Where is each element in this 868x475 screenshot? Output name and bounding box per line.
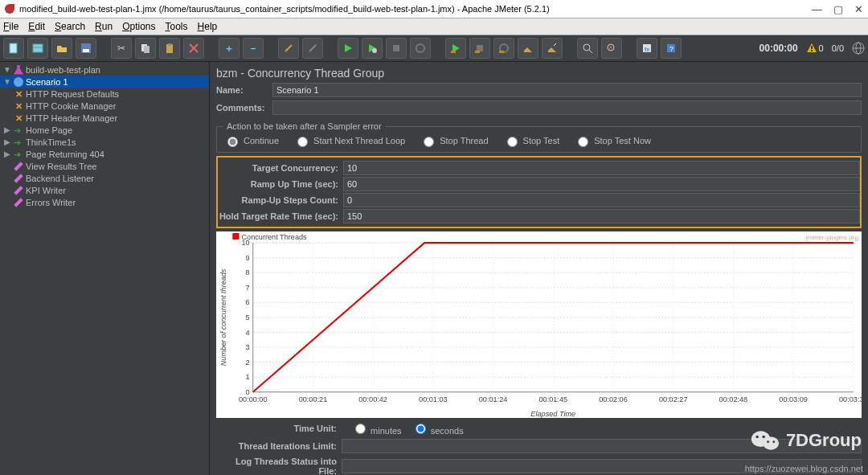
svg-text:3: 3 xyxy=(246,343,250,351)
svg-rect-8 xyxy=(168,43,171,46)
clear-button[interactable] xyxy=(518,38,538,59)
menu-file[interactable]: File xyxy=(3,21,18,32)
time-unit-label: Time Unit: xyxy=(216,424,337,433)
steps-input[interactable] xyxy=(343,193,860,207)
action-continue[interactable]: Continue xyxy=(223,134,279,147)
log-file-label: Log Threads Status into File: xyxy=(216,457,337,475)
minimize-button[interactable]: — xyxy=(812,3,822,15)
action-stop-test-now[interactable]: Stop Test Now xyxy=(574,134,651,147)
svg-text:Elapsed Time: Elapsed Time xyxy=(530,410,575,418)
toggle-button[interactable] xyxy=(278,38,299,59)
templates-button[interactable] xyxy=(27,38,48,59)
save-button[interactable] xyxy=(76,38,96,59)
ramp-up-input[interactable] xyxy=(343,177,860,191)
svg-text:00:03:30: 00:03:30 xyxy=(839,395,862,403)
menu-tools[interactable]: Tools xyxy=(166,21,188,32)
svg-text:Number of concurrent threads: Number of concurrent threads xyxy=(219,268,227,366)
target-concurrency-label: Target Concurrency: xyxy=(218,163,338,173)
reset-search-button[interactable] xyxy=(601,38,622,59)
disable-button[interactable] xyxy=(302,38,323,59)
maximize-button[interactable]: ▢ xyxy=(833,3,843,15)
start-no-pause-button[interactable] xyxy=(362,38,383,59)
svg-text:9: 9 xyxy=(246,254,250,262)
tree-item[interactable]: ✕HTTP Request Defaults xyxy=(0,88,209,100)
svg-text:00:02:48: 00:02:48 xyxy=(719,395,748,403)
time-unit-minutes[interactable]: minutes xyxy=(351,421,402,436)
hold-input[interactable] xyxy=(343,209,860,223)
svg-text:00:02:06: 00:02:06 xyxy=(599,395,628,403)
search-button[interactable] xyxy=(577,38,598,59)
test-plan-tree[interactable]: ▼build-web-test-plan ▼Scenario 1 ✕HTTP R… xyxy=(0,62,210,475)
svg-rect-15 xyxy=(477,45,483,51)
steps-label: Ramp-Up Steps Count: xyxy=(218,195,338,205)
tree-item[interactable]: Backend Listener xyxy=(0,172,209,184)
close-button[interactable]: ✕ xyxy=(854,3,863,15)
warning-icon xyxy=(806,43,817,54)
menu-search[interactable]: Search xyxy=(55,21,85,32)
expand-button[interactable]: ＋ xyxy=(219,38,240,59)
cut-button[interactable]: ✂ xyxy=(111,38,132,59)
help-button[interactable]: ? xyxy=(661,38,682,59)
remote-stop-button[interactable] xyxy=(469,38,490,59)
footer-url: https://zuozewei.blog.csdn.net xyxy=(745,464,863,473)
action-stop-test[interactable]: Stop Test xyxy=(503,134,560,147)
tree-item[interactable]: ▶➔ThinkTime1s xyxy=(0,136,209,148)
menu-options[interactable]: Options xyxy=(122,21,155,32)
open-button[interactable] xyxy=(51,38,72,59)
tree-item[interactable]: ▶➔Home Page xyxy=(0,124,209,136)
paste-button[interactable] xyxy=(159,38,180,59)
warning-count: 0 xyxy=(819,43,824,53)
tree-item[interactable]: KPI Writer xyxy=(0,184,209,196)
tree-item[interactable]: Errors Writer xyxy=(0,196,209,208)
remote-start-button[interactable] xyxy=(445,38,466,59)
svg-text:00:03:09: 00:03:09 xyxy=(779,395,808,403)
svg-text:6: 6 xyxy=(246,298,250,306)
function-helper-button[interactable]: fx xyxy=(637,38,657,59)
svg-rect-0 xyxy=(10,43,17,53)
action-stop-thread[interactable]: Stop Thread xyxy=(420,134,488,147)
menu-edit[interactable]: Edit xyxy=(28,21,45,32)
tree-item[interactable]: ✕HTTP Cookie Manager xyxy=(0,100,209,112)
tree-item[interactable]: ✕HTTP Header Manager xyxy=(0,112,209,124)
elapsed-timer: 00:00:00 xyxy=(760,43,798,54)
svg-rect-18 xyxy=(499,51,504,53)
svg-rect-29 xyxy=(811,50,813,51)
menu-help[interactable]: Help xyxy=(198,21,218,32)
time-unit-seconds[interactable]: seconds xyxy=(411,421,464,436)
tree-item[interactable]: View Results Tree xyxy=(0,160,209,172)
shutdown-button[interactable] xyxy=(410,38,431,59)
window-title: modified_build-web-test-plan-1.jmx (/hom… xyxy=(19,4,812,14)
action-legend: Action to be taken after a Sampler error xyxy=(223,121,385,131)
tree-item[interactable]: ▶➔Page Returning 404 xyxy=(0,148,209,160)
menu-run[interactable]: Run xyxy=(95,21,113,32)
remote-shutdown-button[interactable] xyxy=(493,38,514,59)
svg-text:Concurrent Threads: Concurrent Threads xyxy=(242,233,308,241)
svg-rect-1 xyxy=(33,44,43,52)
new-button[interactable] xyxy=(3,38,24,59)
comments-input[interactable] xyxy=(272,100,862,115)
iterations-label: Thread Iterations Limit: xyxy=(216,441,337,451)
name-input[interactable] xyxy=(272,83,862,97)
tree-root[interactable]: ▼build-web-test-plan xyxy=(0,63,209,76)
target-concurrency-input[interactable] xyxy=(343,161,860,175)
svg-text:4: 4 xyxy=(246,329,250,337)
stop-button[interactable] xyxy=(386,38,407,59)
copy-button[interactable] xyxy=(135,38,156,59)
iterations-input[interactable] xyxy=(342,439,862,453)
start-button[interactable] xyxy=(338,38,358,59)
delete-button[interactable] xyxy=(183,38,204,59)
action-start-next[interactable]: Start Next Thread Loop xyxy=(293,134,405,147)
name-label: Name: xyxy=(216,85,272,95)
svg-rect-12 xyxy=(393,45,399,51)
clear-all-button[interactable] xyxy=(542,38,563,59)
collapse-button[interactable]: － xyxy=(243,38,264,59)
tree-scenario[interactable]: ▼Scenario 1 xyxy=(0,76,209,88)
svg-text:8: 8 xyxy=(246,268,250,276)
toolbar: ✂ ＋ － fx ? 00:00:00 0 0/0 xyxy=(0,35,868,62)
svg-text:?: ? xyxy=(669,45,674,53)
svg-text:fx: fx xyxy=(645,46,649,53)
svg-text:00:02:27: 00:02:27 xyxy=(659,395,688,403)
jmeter-logo-icon xyxy=(5,4,14,14)
svg-text:1: 1 xyxy=(246,373,250,381)
svg-text:00:00:00: 00:00:00 xyxy=(239,395,268,403)
